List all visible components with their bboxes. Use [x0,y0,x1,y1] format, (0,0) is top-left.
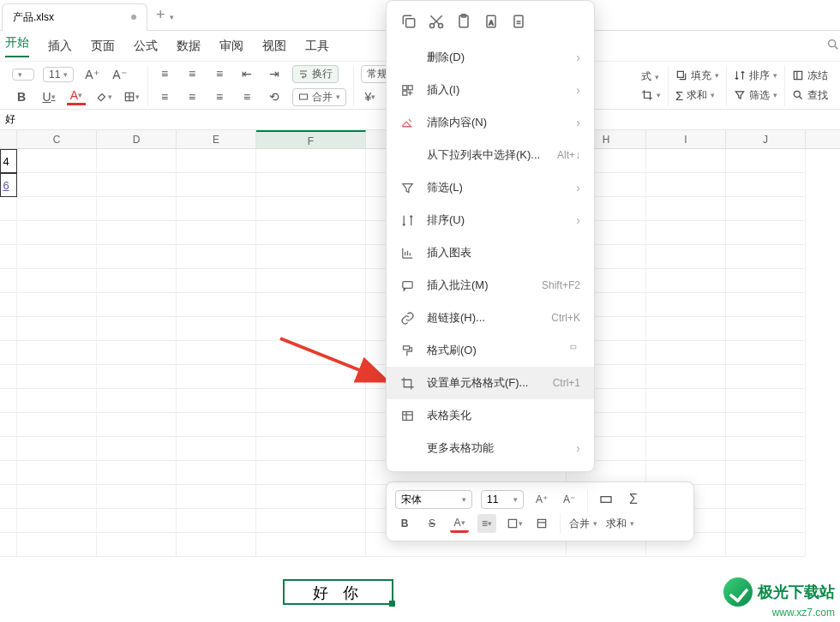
svg-point-9 [794,91,800,97]
style-group: 式▾ ▾ [634,65,669,106]
paste-text-icon[interactable]: A [483,13,500,33]
svg-rect-26 [571,345,576,349]
mini-size-combo[interactable]: 11▾ [481,490,524,509]
ctx-clear[interactable]: 清除内容(N)› [387,106,594,139]
cell-a2[interactable]: 6 [0,173,17,197]
col-header-i[interactable]: I [646,130,726,148]
svg-rect-24 [403,281,412,288]
mini-format-icon[interactable] [532,514,551,533]
watermark: 极光下载站 www.xz7.com [723,577,835,619]
edit-group: 填充▾ Σ求和▾ [669,65,727,106]
sort-group: 排序▾ 筛选▾ [727,65,785,106]
mini-sum-icon[interactable]: Σ [624,490,643,509]
svg-text:A: A [489,19,494,27]
copy-icon[interactable] [400,13,417,33]
ctx-comment[interactable]: 插入批注(M)Shift+F2 [387,269,594,302]
formula-bar-value[interactable]: 好 [5,112,15,127]
menu-insert[interactable]: 插入 [48,39,72,54]
currency-icon[interactable]: ¥▾ [361,88,380,105]
decrease-font-icon[interactable]: A⁻ [110,66,129,83]
svg-point-0 [829,40,836,47]
svg-rect-27 [403,411,412,420]
col-header-e[interactable]: E [177,130,256,148]
ctx-hyperlink[interactable]: 超链接(H)...Ctrl+K [387,302,594,334]
halign-left-icon[interactable]: ≡ [155,88,174,105]
menu-formula[interactable]: 公式 [134,39,158,54]
mini-decrease-font-icon[interactable]: A⁻ [560,490,579,509]
fontname-combo[interactable]: ▾ [12,69,34,81]
paste-special-icon[interactable] [510,13,527,33]
ctx-insert[interactable]: 插入(I)› [387,74,594,106]
col-header-d[interactable]: D [97,130,177,148]
mini-align-icon[interactable]: ≡▾ [477,514,496,533]
halign-right-icon[interactable]: ≡ [210,88,229,105]
style-button[interactable]: 式▾ [641,69,661,84]
col-header-j[interactable]: J [726,130,806,148]
find-button[interactable]: 查找 [792,88,828,103]
mini-border-icon[interactable]: ▾ [505,514,524,533]
merge-button[interactable]: 合并▾ [292,88,346,106]
cut-icon[interactable] [428,13,445,33]
border-icon[interactable]: ▾ [122,88,141,105]
ctx-cell-format[interactable]: 设置单元格格式(F)...Ctrl+1 [387,367,594,399]
crop-button[interactable]: ▾ [641,89,661,101]
menu-start[interactable]: 开始 [5,35,29,57]
svg-rect-6 [677,71,683,77]
sort-button[interactable]: 排序▾ [734,69,777,83]
orientation-icon[interactable]: ⟲ [265,88,284,105]
fontsize-combo[interactable]: 11 ▾ [43,67,74,82]
wrap-button[interactable]: 换行 [292,65,339,83]
underline-icon[interactable]: U▾ [39,88,58,105]
fill-handle[interactable] [389,601,395,607]
mini-merge-button[interactable]: 合并▾ [569,517,597,531]
menu-tools[interactable]: 工具 [305,39,329,54]
increase-font-icon[interactable]: A⁺ [82,66,101,83]
svg-line-10 [800,97,802,99]
filter-button[interactable]: 筛选▾ [734,88,777,103]
ctx-beautify[interactable]: 表格美化 [387,399,594,432]
mini-bold-icon[interactable]: B [395,514,414,533]
menu-data[interactable]: 数据 [177,39,201,54]
selected-cell[interactable]: 好 你 [283,579,393,605]
bold-icon[interactable]: B [12,88,31,105]
ctx-filter[interactable]: 筛选(L)› [387,171,594,204]
ctx-delete[interactable]: 删除(D)› [387,41,594,74]
paste-icon[interactable] [455,13,472,33]
align-middle-icon[interactable]: ≡ [183,65,201,82]
menu-review[interactable]: 审阅 [219,39,243,54]
ctx-sort[interactable]: 排序(U)› [387,204,594,236]
indent-inc-icon[interactable]: ⇥ [265,65,284,82]
file-tab[interactable]: 产品.xlsx [2,3,147,31]
mini-font-combo[interactable]: 宋体▾ [395,490,472,509]
mini-strike-icon[interactable]: S [423,514,441,533]
col-header-c[interactable]: C [17,130,97,148]
search-icon[interactable] [826,38,840,54]
font-color-icon[interactable]: A▾ [67,88,86,105]
mini-increase-font-icon[interactable]: A⁺ [532,490,551,509]
mini-font-color-icon[interactable]: A▾ [450,514,469,533]
ctx-dropdown-select[interactable]: 从下拉列表中选择(K)...Alt+↓ [387,139,594,171]
menu-view[interactable]: 视图 [262,39,286,54]
ctx-more[interactable]: 更多表格功能› [387,432,594,464]
cell-a1[interactable]: 4 [0,149,17,173]
col-header-blank[interactable] [0,130,17,148]
sum-button[interactable]: Σ求和▾ [675,88,719,103]
fill-color-icon[interactable]: ▾ [94,88,113,105]
mini-merge-icon[interactable] [597,490,615,509]
menu-page[interactable]: 页面 [91,39,115,54]
mini-sum-button[interactable]: 求和▾ [606,517,634,531]
ctx-chart[interactable]: 插入图表 [387,236,594,269]
fill-button[interactable]: 填充▾ [675,69,719,83]
align-bottom-icon[interactable]: ≡ [210,65,229,82]
halign-center-icon[interactable]: ≡ [183,88,201,105]
svg-line-1 [835,46,837,49]
svg-rect-7 [794,71,801,79]
new-tab-button[interactable]: + ▾ [156,6,174,24]
ctx-format-painter[interactable]: 格式刷(O) [387,334,594,367]
freeze-button[interactable]: 冻结 [792,69,828,83]
align-top-icon[interactable]: ≡ [155,65,174,82]
col-header-f[interactable]: F [256,130,366,148]
indent-dec-icon[interactable]: ⇤ [237,65,256,82]
halign-justify-icon[interactable]: ≡ [237,88,256,105]
svg-rect-22 [408,85,412,89]
